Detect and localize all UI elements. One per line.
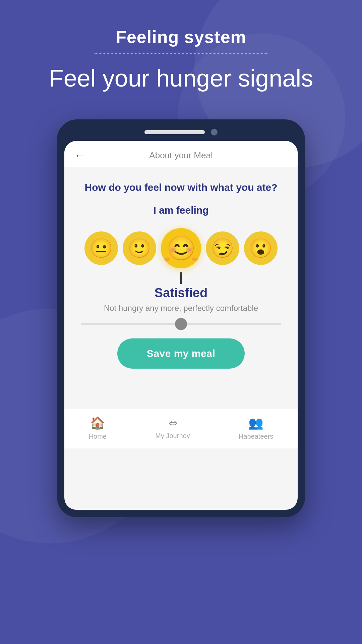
home-icon: 🏠 bbox=[90, 416, 105, 430]
bottom-nav: 🏠 Home ⇔ My Journey 👥 Habeateers bbox=[64, 409, 298, 448]
page-title: Feeling system bbox=[13, 27, 349, 47]
question-text: How do you feel now with what you ate? bbox=[74, 180, 288, 195]
phone-speaker bbox=[144, 130, 205, 134]
nav-home-label: Home bbox=[89, 433, 107, 440]
status-description: Not hungry any more, perfectly comfortab… bbox=[74, 304, 288, 313]
emoji-neutral[interactable]: 😐 bbox=[84, 231, 118, 265]
nav-journey-label: My Journey bbox=[155, 432, 190, 440]
nav-home[interactable]: 🏠 Home bbox=[89, 416, 107, 440]
phone-top-bar bbox=[64, 129, 298, 136]
emoji-selector: 😐 🙂 😊 😏 😮 bbox=[74, 228, 288, 268]
habeateers-icon: 👥 bbox=[248, 416, 263, 430]
journey-icon: ⇔ bbox=[169, 417, 176, 429]
header-divider bbox=[13, 53, 349, 54]
save-meal-button[interactable]: Save my meal bbox=[117, 338, 245, 369]
app-content: How do you feel now with what you ate? I… bbox=[64, 167, 298, 382]
status-title: Satisfied bbox=[74, 286, 288, 300]
feeling-label: I am feeling bbox=[74, 205, 288, 216]
app-nav-header: ← About your Meal bbox=[64, 141, 298, 167]
phone-screen: ← About your Meal How do you feel now wi… bbox=[64, 141, 298, 510]
header-subtitle: Feel your hunger signals bbox=[13, 64, 349, 93]
slider-track bbox=[81, 323, 281, 325]
hero-header: Feeling system Feel your hunger signals bbox=[0, 0, 362, 106]
phone-camera bbox=[211, 129, 218, 136]
emoji-indicator bbox=[74, 272, 288, 284]
nav-habeateers[interactable]: 👥 Habeateers bbox=[239, 416, 273, 440]
nav-my-journey[interactable]: ⇔ My Journey bbox=[155, 417, 190, 440]
emoji-slight-smile[interactable]: 🙂 bbox=[123, 231, 156, 265]
screen-title: About your Meal bbox=[149, 150, 213, 161]
phone-body: ← About your Meal How do you feel now wi… bbox=[57, 119, 305, 517]
feeling-slider[interactable] bbox=[74, 323, 288, 325]
back-button[interactable]: ← bbox=[74, 149, 85, 162]
slider-fill bbox=[81, 323, 181, 325]
emoji-surprised[interactable]: 😮 bbox=[244, 231, 278, 265]
emoji-confused[interactable]: 😏 bbox=[206, 231, 239, 265]
phone-mockup: ← About your Meal How do you feel now wi… bbox=[0, 119, 362, 517]
nav-habeateers-label: Habeateers bbox=[239, 433, 273, 440]
slider-thumb[interactable] bbox=[175, 318, 187, 330]
emoji-satisfied[interactable]: 😊 bbox=[161, 228, 201, 268]
